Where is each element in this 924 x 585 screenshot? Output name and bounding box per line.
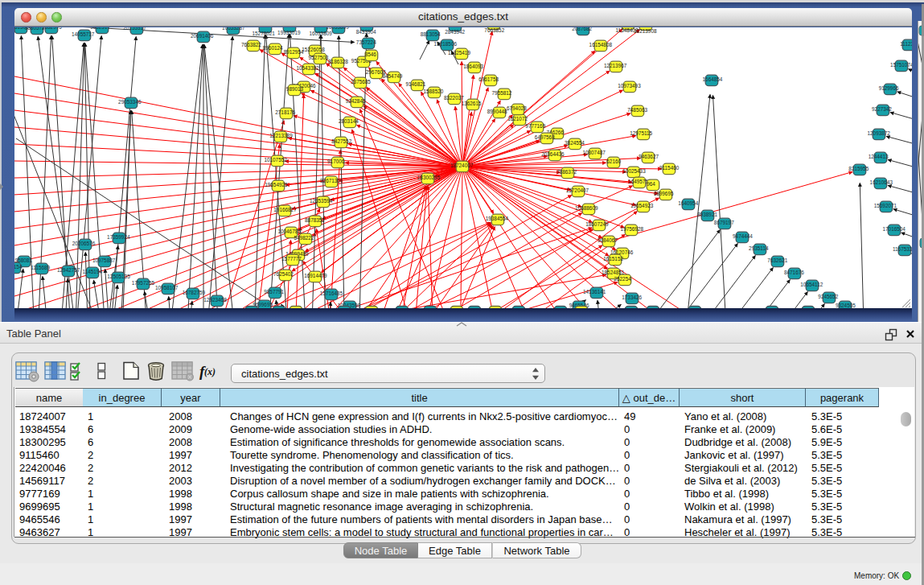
svg-text:7357224: 7357224 — [356, 39, 376, 45]
svg-text:1664854: 1664854 — [703, 76, 723, 82]
svg-text:6794028: 6794028 — [507, 105, 527, 111]
svg-text:15751074: 15751074 — [890, 62, 912, 68]
svg-text:1145194: 1145194 — [83, 269, 103, 274]
svg-text:9146821: 9146821 — [405, 81, 425, 87]
svg-text:15716485: 15716485 — [320, 290, 343, 296]
svg-text:7485063: 7485063 — [627, 107, 647, 113]
svg-text:16782759: 16782759 — [183, 290, 206, 295]
svg-text:18607249: 18607249 — [585, 221, 609, 227]
svg-text:10958107: 10958107 — [155, 285, 179, 290]
svg-text:17016504: 17016504 — [882, 226, 906, 232]
svg-text:1362615: 1362615 — [462, 101, 482, 106]
svg-text:1588520: 1588520 — [423, 89, 443, 94]
svg-text:2843942: 2843942 — [445, 29, 465, 35]
svg-text:12213967: 12213967 — [604, 63, 627, 68]
svg-text:29053346: 29053346 — [118, 99, 142, 105]
svg-text:9857791: 9857791 — [264, 289, 284, 295]
svg-text:917006: 917006 — [327, 159, 345, 164]
svg-text:10653287: 10653287 — [222, 27, 245, 31]
svg-text:10025433: 10025433 — [622, 168, 646, 174]
svg-text:16914479: 16914479 — [304, 273, 327, 278]
svg-text:10046785: 10046785 — [277, 229, 301, 234]
svg-text:15218506: 15218506 — [434, 41, 458, 47]
svg-text:8186328: 8186328 — [328, 59, 348, 64]
svg-text:9324505: 9324505 — [836, 303, 856, 308]
svg-text:8215955: 8215955 — [848, 166, 869, 171]
svg-text:8960124: 8960124 — [263, 45, 283, 51]
svg-text:7632621: 7632621 — [767, 257, 787, 263]
svg-text:19654925: 19654925 — [265, 182, 288, 187]
svg-text:6961758: 6961758 — [478, 76, 499, 82]
svg-text:15720407: 15720407 — [566, 187, 589, 193]
svg-text:9463627: 9463627 — [639, 154, 659, 159]
svg-text:14136141: 14136141 — [583, 289, 606, 295]
svg-text:9245652: 9245652 — [818, 294, 838, 299]
svg-text:12975115: 12975115 — [630, 130, 652, 136]
svg-text:1244413: 1244413 — [869, 154, 889, 159]
svg-text:17957255: 17957255 — [132, 280, 155, 286]
svg-text:12505135: 12505135 — [107, 274, 130, 279]
svg-text:18724007: 18724007 — [450, 163, 474, 168]
svg-text:9084067: 9084067 — [598, 237, 618, 243]
svg-text:15226058: 15226058 — [302, 47, 325, 52]
svg-text:10807487: 10807487 — [582, 150, 606, 155]
svg-text:964: 964 — [647, 181, 655, 187]
svg-text:7663852: 7663852 — [484, 27, 504, 33]
svg-text:16154808: 16154808 — [589, 42, 613, 47]
svg-text:15692071: 15692071 — [874, 203, 897, 208]
svg-text:8322037: 8322037 — [444, 95, 464, 101]
svg-text:9129966: 9129966 — [879, 85, 899, 91]
svg-text:12093872: 12093872 — [867, 130, 890, 136]
svg-text:11123: 11123 — [900, 41, 912, 47]
svg-text:19933019: 19933019 — [277, 30, 301, 35]
svg-text:5498222: 5498222 — [294, 235, 314, 241]
svg-text:9242843: 9242843 — [346, 98, 366, 104]
svg-text:10543382: 10543382 — [296, 65, 319, 71]
svg-text:8471676: 8471676 — [784, 270, 804, 275]
svg-text:(x): (x) — [204, 366, 216, 377]
svg-text:12353594: 12353594 — [310, 198, 333, 204]
svg-text:10654112: 10654112 — [800, 282, 823, 287]
svg-text:9862317: 9862317 — [90, 27, 110, 30]
svg-text:19654923: 19654923 — [630, 203, 654, 208]
svg-text:19166827: 19166827 — [273, 207, 297, 212]
svg-text:2803144: 2803144 — [339, 118, 359, 124]
svg-text:252254: 252254 — [614, 276, 631, 282]
svg-text:1115689: 1115689 — [31, 265, 50, 270]
svg-text:10107552: 10107552 — [264, 157, 287, 163]
svg-text:12923468: 12923468 — [203, 297, 227, 303]
svg-text:1733426: 1733426 — [622, 295, 642, 300]
svg-text:12213389: 12213389 — [269, 133, 293, 138]
svg-text:19384554: 19384554 — [486, 216, 509, 221]
svg-text:7663822: 7663822 — [241, 42, 261, 47]
svg-text:9227342: 9227342 — [872, 106, 892, 112]
svg-text:1615152: 1615152 — [603, 256, 623, 262]
svg-text:1167533: 1167533 — [893, 246, 912, 252]
svg-text:1577777: 1577777 — [281, 256, 302, 262]
svg-text:16210643: 16210643 — [870, 179, 893, 185]
svg-text:18300295: 18300295 — [417, 175, 441, 180]
svg-text:19756928: 19756928 — [621, 226, 644, 232]
svg-text:7625402: 7625402 — [273, 271, 294, 277]
svg-text:2935114: 2935114 — [749, 245, 769, 251]
svg-text:8546: 8546 — [365, 51, 377, 57]
svg-text:15278021: 15278021 — [252, 31, 275, 36]
svg-text:16033809: 16033809 — [326, 27, 349, 30]
svg-text:8878352: 8878352 — [305, 217, 325, 223]
svg-text:3824554: 3824554 — [565, 140, 585, 146]
svg-text:2087682: 2087682 — [572, 27, 592, 31]
svg-text:62160: 62160 — [606, 159, 621, 164]
svg-text:1852975: 1852975 — [42, 27, 62, 30]
svg-text:10975887: 10975887 — [92, 257, 116, 263]
svg-text:9527503: 9527503 — [309, 55, 329, 60]
svg-text:8267130: 8267130 — [320, 178, 340, 183]
svg-text:6899695: 6899695 — [654, 191, 674, 196]
svg-text:1621072: 1621072 — [507, 116, 528, 122]
svg-text:20206576: 20206576 — [72, 241, 96, 246]
svg-text:20691406: 20691406 — [191, 33, 214, 39]
svg-text:9115460: 9115460 — [659, 165, 680, 171]
svg-text:12942757: 12942757 — [57, 267, 80, 273]
svg-text:8938921: 8938921 — [697, 212, 717, 217]
svg-text:2718176: 2718176 — [275, 109, 295, 115]
svg-text:12213908: 12213908 — [634, 28, 657, 34]
